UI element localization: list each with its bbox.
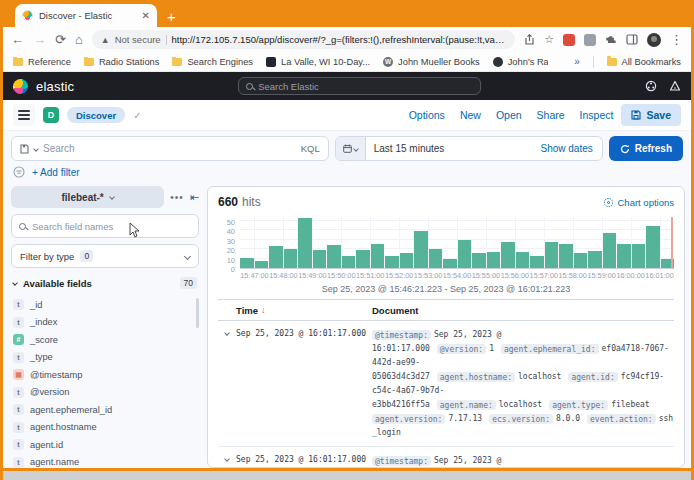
global-search-input[interactable]: Search Elastic <box>238 77 481 95</box>
filter-menu-icon[interactable] <box>13 166 25 178</box>
histogram-bar[interactable] <box>414 231 428 268</box>
histogram-bar[interactable] <box>240 258 254 268</box>
histogram-bar[interactable] <box>530 256 544 268</box>
filter-by-type-select[interactable]: Filter by type 0 <box>11 244 199 268</box>
bookmark-item[interactable]: Radio Stations <box>84 57 159 67</box>
histogram-bar[interactable] <box>255 261 269 268</box>
sort-descending-icon[interactable]: ↓ <box>261 305 266 315</box>
collapse-sidebar-icon[interactable]: ⇤ <box>190 192 199 203</box>
field-item[interactable]: tagent.id <box>11 436 199 454</box>
side-panel-icon[interactable] <box>626 34 638 45</box>
toolbar-action-options[interactable]: Options <box>409 109 445 121</box>
histogram-bar[interactable] <box>632 244 646 268</box>
address-bar[interactable]: ▲ Not secure http://172.105.7.150/app/di… <box>92 30 515 49</box>
toolbar-action-open[interactable]: Open <box>496 109 522 121</box>
back-icon[interactable]: ← <box>11 33 24 46</box>
alerts-icon[interactable] <box>669 80 681 92</box>
saved-query-icon[interactable] <box>20 144 29 154</box>
field-item[interactable]: ▦@timestamp <box>11 366 199 384</box>
histogram-bar[interactable] <box>342 256 356 268</box>
histogram-bar[interactable] <box>443 259 457 268</box>
toolbar-action-inspect[interactable]: Inspect <box>580 109 614 121</box>
field-item[interactable]: t_type <box>11 349 199 367</box>
share-icon[interactable] <box>524 34 535 45</box>
histogram-bar[interactable] <box>588 251 602 268</box>
field-item[interactable]: tagent.name <box>11 454 199 469</box>
index-pattern-selector[interactable]: filebeat-* <box>11 186 164 208</box>
expand-row-button[interactable] <box>218 328 236 440</box>
query-search-input[interactable]: Search KQL <box>11 136 329 161</box>
row-document[interactable]: @timestamp:Sep 25, 2023 @ 16:01:17.000@v… <box>372 454 674 467</box>
elastic-logo-icon[interactable] <box>13 79 28 94</box>
url-text[interactable]: http://172.105.7.150/app/discover#/?_g=(… <box>171 34 506 45</box>
sidebar-scrollbar[interactable] <box>196 298 199 328</box>
forward-icon[interactable]: → <box>33 33 46 46</box>
histogram-bar[interactable] <box>356 250 370 268</box>
extensions-puzzle-icon[interactable] <box>605 34 617 46</box>
date-picker[interactable]: Last 15 minutes Show dates <box>335 136 603 161</box>
time-column-header[interactable]: Time ↓ <box>236 305 372 316</box>
breadcrumb[interactable]: Discover <box>67 107 125 123</box>
show-dates-link[interactable]: Show dates <box>540 143 601 154</box>
histogram-bar[interactable] <box>400 253 414 268</box>
bookmark-item[interactable]: Search Engines <box>172 57 253 67</box>
histogram-bar[interactable] <box>559 244 573 268</box>
histogram-bar[interactable] <box>458 240 472 268</box>
sidebar-options-icon[interactable]: ••• <box>170 192 184 203</box>
bookmark-item[interactable]: John's Random Tho... <box>493 57 549 67</box>
field-item[interactable]: t@version <box>11 384 199 402</box>
field-search-input[interactable]: Search field names <box>11 214 199 238</box>
bookmarks-overflow-icon[interactable]: » <box>574 56 580 67</box>
toolbar-action-share[interactable]: Share <box>537 109 565 121</box>
refresh-button[interactable]: Refresh <box>609 136 683 161</box>
kql-toggle[interactable]: KQL <box>301 143 320 154</box>
histogram-bar[interactable] <box>617 244 631 268</box>
histogram-bar[interactable] <box>269 246 283 268</box>
chevron-down-icon[interactable] <box>33 146 39 152</box>
menu-hamburger-icon[interactable] <box>13 104 35 126</box>
bookmark-item[interactable]: WJohn Mueller Books <box>383 57 480 67</box>
bookmark-item[interactable]: Reference <box>13 57 71 67</box>
not-secure-label[interactable]: Not secure <box>115 34 161 45</box>
histogram-bar[interactable] <box>371 244 385 268</box>
histogram-bar[interactable] <box>298 218 312 268</box>
histogram-bar[interactable] <box>646 226 660 268</box>
histogram-bar[interactable] <box>429 249 443 268</box>
extension-gray-icon[interactable] <box>584 34 596 46</box>
time-range-value[interactable]: Last 15 minutes <box>366 143 541 154</box>
histogram-bar[interactable] <box>313 250 327 268</box>
field-item[interactable]: t_id <box>11 296 199 314</box>
histogram-bar[interactable] <box>487 252 501 268</box>
calendar-button[interactable] <box>336 137 366 160</box>
bookmark-star-icon[interactable]: ☆ <box>544 34 554 45</box>
histogram-bar[interactable] <box>472 253 486 268</box>
add-filter-link[interactable]: + Add filter <box>32 167 80 178</box>
field-item[interactable]: tagent.hostname <box>11 419 199 437</box>
histogram-bar[interactable] <box>574 253 588 268</box>
available-fields-header[interactable]: Available fields 70 <box>11 274 199 290</box>
home-icon[interactable]: ⌂ <box>75 33 83 46</box>
chart-options-link[interactable]: Chart options <box>604 197 674 208</box>
expand-row-button[interactable] <box>218 454 236 467</box>
histogram-bar[interactable] <box>327 245 341 268</box>
field-item[interactable]: t_index <box>11 314 199 332</box>
histogram-bar[interactable] <box>545 242 559 268</box>
histogram-bar[interactable] <box>603 233 617 268</box>
histogram-bar[interactable] <box>284 249 298 268</box>
new-tab-button[interactable]: + <box>167 9 176 24</box>
tab-close-icon[interactable]: ✕ <box>142 11 150 21</box>
save-button[interactable]: Save <box>621 104 681 126</box>
field-item[interactable]: tagent.ephemeral_id <box>11 401 199 419</box>
row-document[interactable]: @timestamp:Sep 25, 2023 @ 16:01:17.000@v… <box>372 328 674 440</box>
histogram-bar[interactable] <box>516 252 530 268</box>
histogram-bar[interactable] <box>501 242 515 268</box>
histogram-bar[interactable] <box>385 256 399 268</box>
bookmark-item[interactable]: La Valle, WI 10-Day... <box>266 57 370 67</box>
extension-red-icon[interactable] <box>563 34 575 46</box>
field-item[interactable]: #_score <box>11 331 199 349</box>
toolbar-action-new[interactable]: New <box>460 109 481 121</box>
browser-tab[interactable]: Discover - Elastic ✕ <box>15 4 157 27</box>
cluster-icon[interactable] <box>645 80 657 92</box>
all-bookmarks-button[interactable]: All Bookmarks <box>607 57 681 67</box>
profile-avatar[interactable] <box>647 33 661 47</box>
